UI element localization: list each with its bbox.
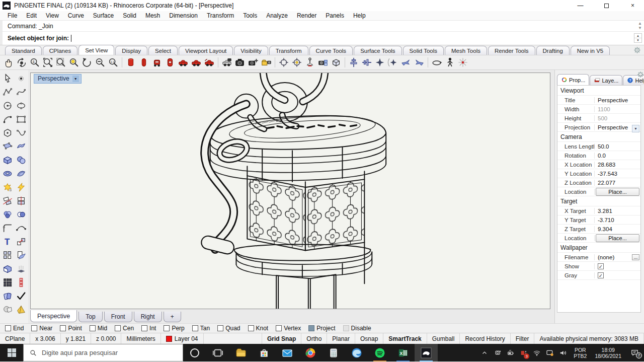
ribbon-tab-surface-tools[interactable]: Surface Tools	[354, 46, 401, 55]
blend-curve-icon[interactable]	[15, 222, 28, 235]
status-layer-04[interactable]: Layer 04	[161, 333, 204, 344]
ribbon-tab-new-in-v5[interactable]: New in V5	[571, 46, 610, 55]
property-value[interactable]: Perspective	[595, 97, 640, 103]
minimize-button[interactable]: —	[569, 0, 592, 11]
property-value[interactable]: 9.304	[595, 226, 640, 232]
plane-side-icon[interactable]	[399, 56, 413, 69]
circle-icon[interactable]	[1, 99, 14, 112]
checkbox-show[interactable]: ✓	[598, 263, 604, 269]
prompt-spinner[interactable]: ▲▼	[634, 33, 642, 43]
array-linear-icon[interactable]	[15, 276, 28, 289]
menu-panels[interactable]: Panels	[321, 12, 349, 20]
camera-target-icon[interactable]	[247, 56, 260, 69]
status-millimeters[interactable]: Millimeters	[121, 333, 160, 344]
status-grid-snap[interactable]: Grid Snap	[262, 333, 301, 344]
property-value[interactable]: (none)	[595, 254, 632, 260]
clamp-top-icon[interactable]	[360, 56, 373, 69]
tray-volume-icon[interactable]	[557, 344, 569, 361]
orbit-icon[interactable]	[430, 56, 443, 69]
plane-side-2-icon[interactable]	[413, 56, 426, 69]
property-value[interactable]: 22.077	[595, 180, 640, 186]
ribbon-tab-set-view[interactable]: Set View	[78, 45, 114, 55]
osnap-vertex[interactable]: Vertex	[276, 325, 301, 332]
taskbar-app-edge[interactable]	[345, 344, 368, 361]
ribbon-tab-drafting[interactable]: Drafting	[536, 46, 570, 55]
ribbon-tab-render-tools[interactable]: Render Tools	[488, 46, 535, 55]
surface-loft-icon[interactable]	[15, 140, 28, 153]
mesh-sphere-icon[interactable]	[1, 303, 14, 316]
extrude-surface-icon[interactable]	[15, 262, 28, 275]
point-icon[interactable]	[15, 72, 28, 85]
panel-tab-layers[interactable]: Laye...	[590, 75, 622, 85]
osnap-checkbox-end[interactable]	[5, 325, 11, 331]
viewport-tab-front[interactable]: Front	[104, 312, 132, 322]
osnap-checkbox-int[interactable]	[141, 325, 147, 331]
osnap-end[interactable]: End	[5, 325, 24, 332]
cylinder-front-icon[interactable]	[124, 56, 137, 69]
osnap-checkbox-disable[interactable]	[343, 325, 349, 331]
tray-language-indicator[interactable]: POR PTB2	[570, 347, 590, 359]
command-scroll-arrows[interactable]: ▲▼	[638, 21, 642, 30]
ribbon-tab-standard[interactable]: Standard	[5, 46, 42, 55]
surface-patch-icon[interactable]	[15, 167, 28, 180]
fillet-curve-icon[interactable]	[1, 222, 14, 235]
zoom-window-icon[interactable]	[41, 56, 54, 69]
property-value[interactable]: 50.0	[595, 143, 640, 150]
group-icon[interactable]	[1, 289, 14, 303]
torus-icon[interactable]	[1, 167, 14, 180]
osnap-project[interactable]: Project	[308, 325, 335, 332]
property-value[interactable]: Perspective▼	[595, 124, 640, 130]
polyline-icon[interactable]	[1, 86, 14, 99]
menu-tools[interactable]: Tools	[238, 12, 262, 20]
tray-security-icon[interactable]: 3	[518, 344, 530, 361]
text-icon[interactable]: T	[1, 235, 14, 248]
control-point-curve-icon[interactable]	[15, 86, 28, 99]
polygon-icon[interactable]	[1, 126, 14, 139]
osnap-cen[interactable]: Cen	[115, 325, 134, 332]
osnap-checkbox-tan[interactable]	[192, 325, 198, 331]
projection-dropdown-chevron[interactable]: ▼	[632, 125, 639, 132]
osnap-checkbox-near[interactable]	[31, 325, 37, 331]
clamp-front-icon[interactable]	[347, 56, 360, 69]
property-value[interactable]: 0.0	[595, 153, 640, 159]
status-osnap[interactable]: Osnap	[355, 333, 383, 344]
checkbox-gray[interactable]: ✓	[598, 272, 604, 278]
tray-wifi-icon[interactable]	[531, 344, 543, 361]
taskbar-app-ms-store[interactable]	[253, 344, 276, 361]
car-top-icon[interactable]	[164, 56, 177, 69]
plane-top-2-icon[interactable]	[386, 56, 399, 69]
curve-blend-icon[interactable]	[15, 126, 28, 139]
ribbon-tab-visibility[interactable]: Visibility	[234, 46, 268, 55]
boolean-difference-icon[interactable]	[15, 208, 28, 221]
camera-icon[interactable]	[233, 56, 247, 69]
ribbon-gear-icon[interactable]	[633, 46, 641, 54]
rotate-view-icon[interactable]	[15, 56, 28, 69]
menu-view[interactable]: View	[41, 12, 63, 20]
car-perspective-icon[interactable]	[203, 56, 216, 69]
car-back-icon[interactable]	[190, 56, 203, 69]
osnap-checkbox-perp[interactable]	[164, 325, 170, 331]
rectangle-icon[interactable]	[15, 113, 28, 126]
property-value[interactable]: -3.710	[595, 217, 640, 223]
plane-top-icon[interactable]	[373, 56, 386, 69]
check-icon[interactable]	[15, 289, 28, 303]
menu-mesh[interactable]: Mesh	[141, 12, 165, 20]
viewport-title-label[interactable]: Perspective ▼	[34, 74, 82, 84]
taskbar-search[interactable]: Digite aqui para pesquisar	[23, 344, 183, 361]
status-gumball[interactable]: Gumball	[427, 333, 460, 344]
undo-view-icon[interactable]	[80, 56, 94, 69]
osnap-point[interactable]: Point	[60, 325, 82, 332]
menu-surface[interactable]: Surface	[89, 12, 118, 20]
menu-analyze[interactable]: Analyze	[262, 12, 292, 20]
tray-chevron-icon[interactable]	[478, 344, 491, 361]
command-history-line[interactable]: Command: _Join ▲▼	[0, 21, 644, 32]
property-value[interactable]: 28.683	[595, 162, 640, 168]
zoom-target-icon[interactable]	[54, 56, 67, 69]
arc-icon[interactable]	[1, 113, 14, 126]
trim-icon[interactable]	[1, 194, 14, 207]
ribbon-tab-viewport-layout[interactable]: Viewport Layout	[179, 46, 233, 55]
zoom-out-icon[interactable]	[94, 56, 107, 69]
menu-help[interactable]: Help	[349, 12, 370, 20]
boolean-union-icon[interactable]	[1, 208, 14, 221]
plane-cut-icon[interactable]	[15, 249, 28, 262]
